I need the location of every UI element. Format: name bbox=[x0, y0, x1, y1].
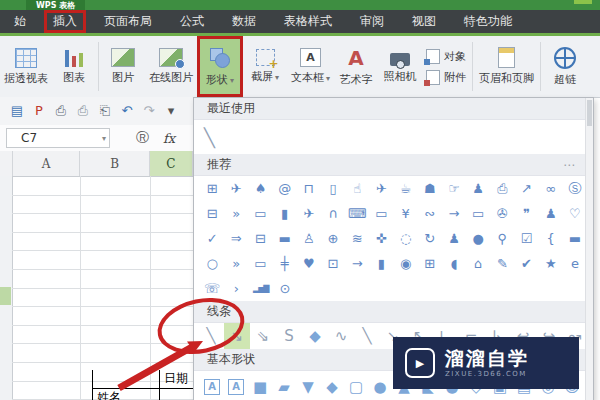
power-shape[interactable]: ⊙ bbox=[273, 276, 297, 301]
taxi-shape[interactable]: ▭ bbox=[369, 201, 393, 226]
ribbon-button-shapes[interactable]: 形状▾ bbox=[197, 36, 243, 97]
circle-outline-shape[interactable]: ○ bbox=[200, 251, 224, 276]
freeform-shape[interactable]: ◆ bbox=[302, 323, 328, 349]
menu-tab-formula[interactable]: 公式 bbox=[172, 11, 212, 32]
print-icon[interactable]: ⎙ bbox=[52, 102, 70, 120]
ribbon-button-chart[interactable]: 图表 bbox=[52, 36, 96, 97]
yen-shape[interactable]: ¥ bbox=[394, 201, 418, 226]
redo-icon[interactable]: ↷ bbox=[140, 102, 158, 120]
select-all-stub[interactable] bbox=[0, 151, 13, 176]
refresh-shape[interactable]: ↻ bbox=[418, 226, 442, 251]
megaphone-shape[interactable]: ◖ bbox=[442, 251, 466, 276]
ribbon-button-hyperlink[interactable]: 超链 bbox=[543, 36, 587, 97]
eyes-shape[interactable]: ∞ bbox=[539, 176, 563, 201]
signal-bars-shape[interactable]: ▂▅▇ bbox=[249, 276, 273, 301]
globe-shape[interactable]: ⊕ bbox=[321, 226, 345, 251]
file-preview-icon[interactable]: ⎗ bbox=[96, 102, 114, 120]
filled-circle-shape[interactable]: ● bbox=[466, 226, 490, 251]
menu-tab-special-features[interactable]: 特色功能 bbox=[456, 11, 520, 32]
brace-shape[interactable]: { bbox=[539, 226, 563, 251]
arrow-solid-shape[interactable]: ⇒ bbox=[224, 226, 248, 251]
team-shape[interactable]: ♟ bbox=[442, 226, 466, 251]
jet-shape[interactable]: ✈ bbox=[369, 176, 393, 201]
column-header-C[interactable]: C bbox=[150, 151, 193, 176]
explorer-shape[interactable]: e bbox=[563, 251, 587, 276]
person-shape[interactable]: ♙ bbox=[297, 226, 321, 251]
circled-arrow-shape[interactable]: ◉ bbox=[394, 251, 418, 276]
export-pdf-icon[interactable]: P bbox=[30, 102, 48, 120]
print-preview-icon[interactable]: ⎙ bbox=[74, 102, 92, 120]
home-shape[interactable]: ⌂ bbox=[466, 251, 490, 276]
star-shape[interactable]: ★ bbox=[539, 251, 563, 276]
save-icon[interactable]: ▤ bbox=[8, 102, 26, 120]
bus-shape[interactable]: ⊟ bbox=[200, 201, 224, 226]
crowd-shape[interactable]: ♟ bbox=[466, 176, 490, 201]
checkmark-shape[interactable]: ✓ bbox=[200, 226, 224, 251]
undo-icon[interactable]: ↶ bbox=[118, 102, 136, 120]
printer-shape[interactable]: ⎙ bbox=[490, 176, 514, 201]
button-shape-shape[interactable]: ▬ bbox=[563, 226, 587, 251]
name-box-caret-icon[interactable]: ▾ bbox=[102, 134, 106, 143]
ribbon-button-picture[interactable]: 图片 bbox=[101, 36, 145, 97]
move-arrows-shape[interactable]: ✜ bbox=[369, 226, 393, 251]
money-bag-shape[interactable]: Ⓢ bbox=[563, 176, 587, 201]
curve-shape[interactable]: S bbox=[276, 323, 302, 349]
menu-tab-view[interactable]: 视图 bbox=[404, 11, 444, 32]
chevron-right-shape[interactable]: › bbox=[224, 276, 248, 301]
panel-scrollbar-thumb[interactable] bbox=[587, 100, 592, 126]
heart-shape[interactable]: ♥ bbox=[297, 251, 321, 276]
ribbon-button-header-footer[interactable]: 页眉和页脚 bbox=[475, 36, 538, 97]
coffee-shape[interactable]: ☕ bbox=[394, 176, 418, 201]
line-shape[interactable]: ╲ bbox=[204, 127, 215, 148]
ribbon-button-attachment[interactable]: 附件 bbox=[426, 70, 466, 85]
parallelogram-shape[interactable]: ▰ bbox=[272, 373, 296, 400]
menu-tab-review[interactable]: 审阅 bbox=[352, 11, 392, 32]
bicycle-shape[interactable]: ✇ bbox=[490, 201, 514, 226]
banner-shape[interactable]: ▬ bbox=[273, 226, 297, 251]
leaf-shape[interactable]: ♠ bbox=[248, 176, 272, 201]
family-shape[interactable]: ♟ bbox=[539, 201, 563, 226]
menu-tab-start[interactable]: 始 bbox=[6, 11, 34, 32]
double-arrow-shape[interactable]: ⇘ bbox=[250, 323, 276, 349]
menu-tab-insert[interactable]: 插入 bbox=[44, 10, 86, 33]
magnifier-shape[interactable]: ⚲ bbox=[490, 226, 514, 251]
at-sign-shape[interactable]: @ bbox=[273, 176, 297, 201]
scribble-shape[interactable]: ∿ bbox=[328, 323, 354, 349]
arrow-right-shape[interactable]: → bbox=[442, 201, 466, 226]
menu-tab-table-style[interactable]: 表格样式 bbox=[276, 11, 340, 32]
ribbon-button-online-picture[interactable]: 在线图片 bbox=[145, 36, 197, 97]
dashed-circle-shape[interactable]: ◌ bbox=[394, 226, 418, 251]
insert-function-icon[interactable]: fx bbox=[163, 131, 175, 146]
sedan-shape[interactable]: ▭ bbox=[466, 201, 490, 226]
airplane-shape[interactable]: ✈ bbox=[224, 176, 248, 201]
name-box[interactable]: C7 ▾ bbox=[6, 128, 110, 148]
pencil-shape[interactable]: ✎ bbox=[490, 251, 514, 276]
luggage-shape[interactable]: ▮ bbox=[273, 201, 297, 226]
oval-shape[interactable]: ● bbox=[368, 373, 392, 400]
helicopter-shape[interactable]: ╪ bbox=[273, 251, 297, 276]
heart-outline-shape[interactable]: ♡ bbox=[563, 201, 587, 226]
column-header-B[interactable]: B bbox=[80, 151, 150, 176]
map-shape[interactable]: ☗ bbox=[418, 176, 442, 201]
ribbon-button-text-box[interactable]: 文本框▾ bbox=[287, 36, 334, 97]
fast-forward-shape[interactable]: » bbox=[224, 251, 248, 276]
wifi-shape[interactable]: ≋ bbox=[345, 226, 369, 251]
line-connector-shape[interactable]: ╲ bbox=[354, 323, 380, 349]
windows-shape[interactable]: ⊞ bbox=[200, 176, 224, 201]
more-icon[interactable]: ⋯ bbox=[563, 158, 577, 172]
ribbon-button-screenshot[interactable]: 截屏▾ bbox=[243, 36, 287, 97]
menu-tab-data[interactable]: 数据 bbox=[224, 11, 264, 32]
trend-arrow-shape[interactable]: ↗ bbox=[514, 176, 538, 201]
pointing-hand-shape[interactable]: ☞ bbox=[442, 176, 466, 201]
menu-tab-page-layout[interactable]: 页面布局 bbox=[96, 11, 160, 32]
smartphone-shape[interactable]: ▯ bbox=[321, 176, 345, 201]
monitor-shape[interactable]: ⊡ bbox=[321, 251, 345, 276]
arrow-shape[interactable]: → bbox=[345, 251, 369, 276]
more-icon[interactable]: ▾ bbox=[162, 102, 180, 120]
square-shape[interactable]: ■ bbox=[248, 373, 272, 400]
scooter-shape[interactable]: ∾ bbox=[418, 201, 442, 226]
thumbs-up-shape[interactable]: ☝ bbox=[345, 176, 369, 201]
ribbon-button-pivot-table[interactable]: 据透视表 bbox=[0, 36, 52, 97]
binoculars-shape[interactable]: ∩ bbox=[321, 201, 345, 226]
text-box-vertical-shape[interactable]: A bbox=[224, 373, 248, 400]
